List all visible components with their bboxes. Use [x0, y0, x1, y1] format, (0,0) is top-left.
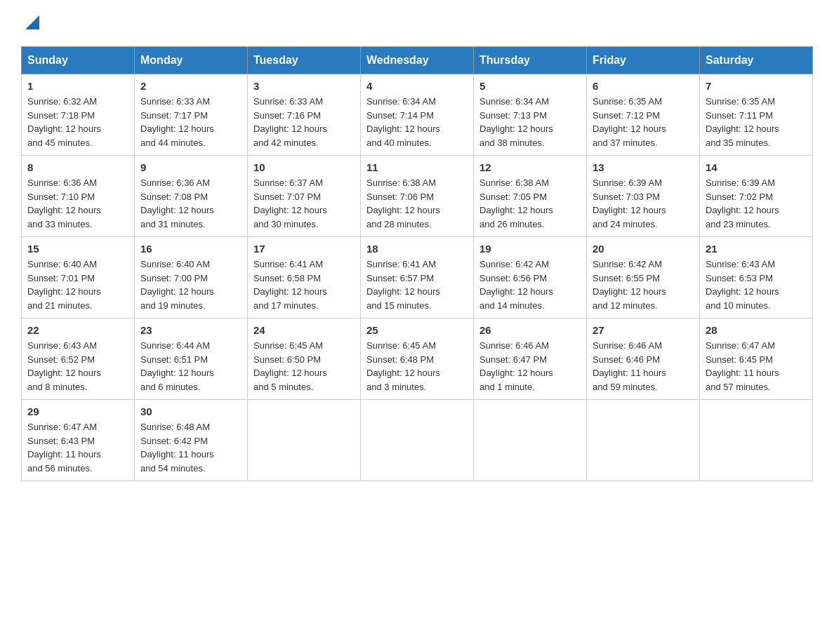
svg-marker-0 [25, 15, 39, 29]
calendar-cell: 27 Sunrise: 6:46 AMSunset: 6:46 PMDaylig… [587, 318, 700, 400]
day-info: Sunrise: 6:48 AMSunset: 6:42 PMDaylight:… [140, 420, 241, 475]
day-number: 19 [479, 243, 581, 255]
calendar-header-row: SundayMondayTuesdayWednesdayThursdayFrid… [22, 47, 813, 74]
calendar-cell: 24 Sunrise: 6:45 AMSunset: 6:50 PMDaylig… [248, 318, 361, 400]
day-info: Sunrise: 6:46 AMSunset: 6:47 PMDaylight:… [479, 339, 581, 394]
calendar-cell: 9 Sunrise: 6:36 AMSunset: 7:08 PMDayligh… [135, 156, 248, 237]
day-number: 22 [27, 324, 128, 336]
calendar-cell: 25 Sunrise: 6:45 AMSunset: 6:48 PMDaylig… [361, 318, 474, 400]
calendar-week-row: 8 Sunrise: 6:36 AMSunset: 7:10 PMDayligh… [22, 156, 813, 237]
day-info: Sunrise: 6:45 AMSunset: 6:48 PMDaylight:… [366, 339, 468, 394]
calendar-cell: 23 Sunrise: 6:44 AMSunset: 6:51 PMDaylig… [135, 318, 248, 400]
day-info: Sunrise: 6:34 AMSunset: 7:14 PMDaylight:… [366, 95, 468, 149]
calendar-day-header: Monday [135, 47, 248, 74]
calendar-cell: 29 Sunrise: 6:47 AMSunset: 6:43 PMDaylig… [22, 400, 135, 481]
calendar-cell: 2 Sunrise: 6:33 AMSunset: 7:17 PMDayligh… [135, 74, 248, 156]
day-number: 12 [479, 161, 581, 173]
day-number: 28 [706, 324, 807, 336]
day-info: Sunrise: 6:37 AMSunset: 7:07 PMDaylight:… [253, 176, 355, 231]
calendar-cell: 1 Sunrise: 6:32 AMSunset: 7:18 PMDayligh… [22, 74, 135, 156]
calendar-cell: 16 Sunrise: 6:40 AMSunset: 7:00 PMDaylig… [135, 237, 248, 318]
logo [21, 14, 42, 32]
calendar-cell: 8 Sunrise: 6:36 AMSunset: 7:10 PMDayligh… [22, 156, 135, 237]
day-info: Sunrise: 6:34 AMSunset: 7:13 PMDaylight:… [479, 95, 581, 149]
day-number: 1 [27, 80, 128, 92]
calendar-day-header: Wednesday [361, 47, 474, 74]
calendar-day-header: Saturday [700, 47, 813, 74]
calendar-cell: 6 Sunrise: 6:35 AMSunset: 7:12 PMDayligh… [587, 74, 700, 156]
calendar-cell: 26 Sunrise: 6:46 AMSunset: 6:47 PMDaylig… [474, 318, 587, 400]
calendar-day-header: Friday [587, 47, 700, 74]
day-info: Sunrise: 6:36 AMSunset: 7:08 PMDaylight:… [140, 176, 241, 231]
calendar-week-row: 22 Sunrise: 6:43 AMSunset: 6:52 PMDaylig… [22, 318, 813, 400]
calendar-cell [248, 400, 361, 481]
calendar-cell [700, 400, 813, 481]
day-number: 30 [140, 405, 241, 417]
day-number: 27 [593, 324, 694, 336]
day-info: Sunrise: 6:43 AMSunset: 6:52 PMDaylight:… [27, 339, 128, 394]
calendar-cell: 7 Sunrise: 6:35 AMSunset: 7:11 PMDayligh… [700, 74, 813, 156]
logo-triangle-icon [22, 13, 42, 32]
day-number: 2 [140, 80, 241, 92]
calendar-week-row: 29 Sunrise: 6:47 AMSunset: 6:43 PMDaylig… [22, 400, 813, 481]
day-info: Sunrise: 6:42 AMSunset: 6:56 PMDaylight:… [479, 257, 581, 312]
day-info: Sunrise: 6:44 AMSunset: 6:51 PMDaylight:… [140, 339, 241, 394]
day-number: 29 [27, 405, 128, 417]
day-info: Sunrise: 6:41 AMSunset: 6:57 PMDaylight:… [366, 257, 468, 312]
day-info: Sunrise: 6:46 AMSunset: 6:46 PMDaylight:… [593, 339, 694, 394]
calendar-cell: 17 Sunrise: 6:41 AMSunset: 6:58 PMDaylig… [248, 237, 361, 318]
calendar-day-header: Thursday [474, 47, 587, 74]
day-info: Sunrise: 6:42 AMSunset: 6:55 PMDaylight:… [593, 257, 694, 312]
calendar-cell: 13 Sunrise: 6:39 AMSunset: 7:03 PMDaylig… [587, 156, 700, 237]
calendar-cell: 15 Sunrise: 6:40 AMSunset: 7:01 PMDaylig… [22, 237, 135, 318]
day-number: 21 [706, 243, 807, 255]
day-number: 13 [593, 161, 694, 173]
calendar-cell: 22 Sunrise: 6:43 AMSunset: 6:52 PMDaylig… [22, 318, 135, 400]
day-number: 8 [27, 161, 128, 173]
day-info: Sunrise: 6:40 AMSunset: 7:01 PMDaylight:… [27, 257, 128, 312]
day-number: 18 [366, 243, 468, 255]
day-number: 17 [253, 243, 355, 255]
calendar-cell: 3 Sunrise: 6:33 AMSunset: 7:16 PMDayligh… [248, 74, 361, 156]
day-info: Sunrise: 6:35 AMSunset: 7:12 PMDaylight:… [593, 95, 694, 149]
calendar-cell: 11 Sunrise: 6:38 AMSunset: 7:06 PMDaylig… [361, 156, 474, 237]
day-number: 20 [593, 243, 694, 255]
day-info: Sunrise: 6:45 AMSunset: 6:50 PMDaylight:… [253, 339, 355, 394]
calendar-cell: 28 Sunrise: 6:47 AMSunset: 6:45 PMDaylig… [700, 318, 813, 400]
day-number: 4 [366, 80, 468, 92]
day-info: Sunrise: 6:40 AMSunset: 7:00 PMDaylight:… [140, 257, 241, 312]
day-number: 15 [27, 243, 128, 255]
day-number: 25 [366, 324, 468, 336]
calendar-cell: 14 Sunrise: 6:39 AMSunset: 7:02 PMDaylig… [700, 156, 813, 237]
day-number: 11 [366, 161, 468, 173]
day-number: 9 [140, 161, 241, 173]
calendar-day-header: Tuesday [248, 47, 361, 74]
calendar-cell: 19 Sunrise: 6:42 AMSunset: 6:56 PMDaylig… [474, 237, 587, 318]
calendar-day-header: Sunday [22, 47, 135, 74]
calendar-cell [474, 400, 587, 481]
day-number: 26 [479, 324, 581, 336]
calendar-cell: 18 Sunrise: 6:41 AMSunset: 6:57 PMDaylig… [361, 237, 474, 318]
day-info: Sunrise: 6:33 AMSunset: 7:17 PMDaylight:… [140, 95, 241, 149]
calendar-cell [361, 400, 474, 481]
day-info: Sunrise: 6:32 AMSunset: 7:18 PMDaylight:… [27, 95, 128, 149]
day-info: Sunrise: 6:33 AMSunset: 7:16 PMDaylight:… [253, 95, 355, 149]
day-number: 23 [140, 324, 241, 336]
day-info: Sunrise: 6:47 AMSunset: 6:45 PMDaylight:… [706, 339, 807, 394]
calendar-cell: 12 Sunrise: 6:38 AMSunset: 7:05 PMDaylig… [474, 156, 587, 237]
calendar-cell: 10 Sunrise: 6:37 AMSunset: 7:07 PMDaylig… [248, 156, 361, 237]
day-info: Sunrise: 6:47 AMSunset: 6:43 PMDaylight:… [27, 420, 128, 475]
day-number: 14 [706, 161, 807, 173]
day-number: 24 [253, 324, 355, 336]
day-info: Sunrise: 6:35 AMSunset: 7:11 PMDaylight:… [706, 95, 807, 149]
day-info: Sunrise: 6:43 AMSunset: 6:53 PMDaylight:… [706, 257, 807, 312]
page-header [21, 14, 813, 32]
day-info: Sunrise: 6:38 AMSunset: 7:06 PMDaylight:… [366, 176, 468, 231]
day-number: 10 [253, 161, 355, 173]
day-info: Sunrise: 6:36 AMSunset: 7:10 PMDaylight:… [27, 176, 128, 231]
day-number: 16 [140, 243, 241, 255]
day-number: 7 [706, 80, 807, 92]
calendar-cell: 20 Sunrise: 6:42 AMSunset: 6:55 PMDaylig… [587, 237, 700, 318]
calendar-cell: 21 Sunrise: 6:43 AMSunset: 6:53 PMDaylig… [700, 237, 813, 318]
calendar-cell: 30 Sunrise: 6:48 AMSunset: 6:42 PMDaylig… [135, 400, 248, 481]
